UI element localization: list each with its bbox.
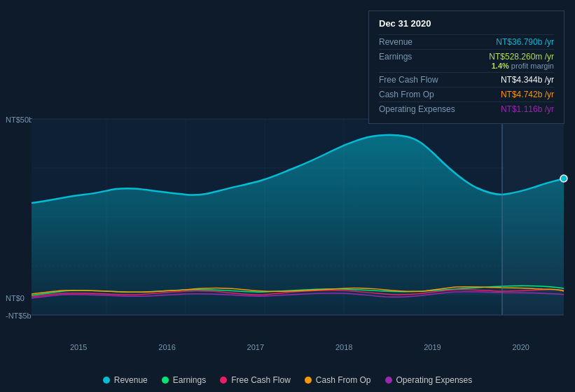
earnings-value: NT$528.260m /yr [489,52,554,62]
chart-legend: Revenue Earnings Free Cash Flow Cash Fro… [0,375,575,385]
legend-cashop[interactable]: Cash From Op [305,375,371,385]
tooltip-fcf-row: Free Cash Flow NT$4.344b /yr [379,72,554,87]
tooltip-revenue-row: Revenue NT$36.790b /yr [379,34,554,49]
legend-opex[interactable]: Operating Expenses [385,375,473,385]
legend-fcf-label: Free Cash Flow [231,375,291,385]
revenue-value: NT$36.790b /yr [496,37,554,47]
tooltip-earnings-row: Earnings NT$528.260m /yr 1.4% profit mar… [379,49,554,72]
x-label-2016: 2016 [158,343,175,351]
fcf-dot [220,377,227,384]
info-tooltip: Dec 31 2020 Revenue NT$36.790b /yr Earni… [368,10,564,124]
x-label-2019: 2019 [424,343,441,351]
cashop-value: NT$4.742b /yr [501,90,554,99]
legend-opex-label: Operating Expenses [396,375,473,385]
legend-earnings[interactable]: Earnings [162,375,206,385]
opex-label: Operating Expenses [379,104,455,114]
fcf-label: Free Cash Flow [379,75,438,85]
earnings-dot [162,377,169,384]
revenue-dot [103,377,110,384]
tooltip-cashop-row: Cash From Op NT$4.742b /yr [379,87,554,102]
x-label-2015: 2015 [70,343,87,351]
legend-revenue[interactable]: Revenue [103,375,148,385]
legend-fcf[interactable]: Free Cash Flow [220,375,291,385]
fcf-value: NT$4.344b /yr [501,75,554,85]
svg-point-15 [560,175,567,182]
legend-revenue-label: Revenue [114,375,148,385]
earnings-label: Earnings [379,52,412,62]
x-label-2017: 2017 [247,343,264,351]
tooltip-date: Dec 31 2020 [379,18,554,29]
opex-dot [385,377,392,384]
cashop-label: Cash From Op [379,90,434,99]
x-label-2020: 2020 [512,343,529,351]
legend-earnings-label: Earnings [173,375,206,385]
legend-cashop-label: Cash From Op [316,375,371,385]
tooltip-opex-row: Operating Expenses NT$1.116b /yr [379,102,554,116]
profit-margin: 1.4% [492,62,509,70]
opex-value: NT$1.116b /yr [501,104,554,114]
revenue-label: Revenue [379,37,413,47]
x-label-2018: 2018 [335,343,352,351]
cashop-dot [305,377,312,384]
